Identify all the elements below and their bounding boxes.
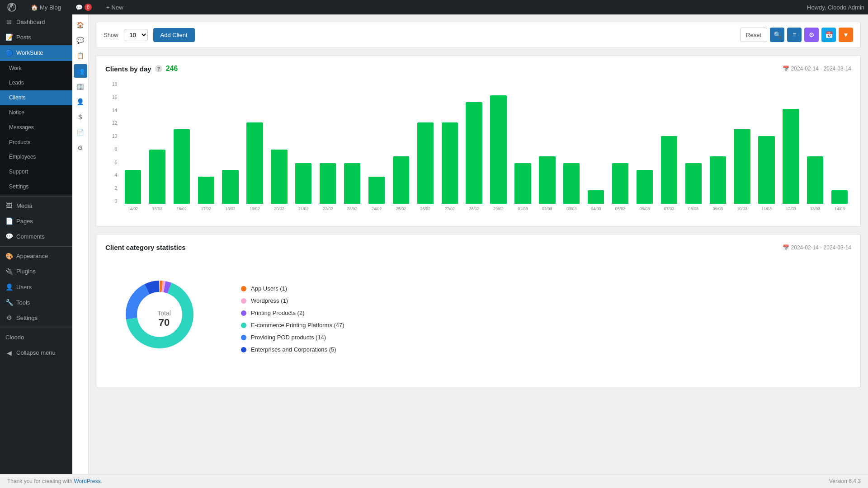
- sidebar-item-employees[interactable]: Employees: [0, 150, 72, 164]
- bar[interactable]: [563, 163, 580, 204]
- add-client-button[interactable]: Add Client: [153, 28, 195, 42]
- bar[interactable]: [417, 122, 434, 204]
- list-icon: ≡: [793, 31, 796, 38]
- bar[interactable]: [734, 129, 750, 204]
- bar[interactable]: [442, 122, 458, 204]
- bar-column: [828, 82, 851, 204]
- search-button[interactable]: 🔍: [770, 28, 784, 42]
- sidebar-item-work[interactable]: Work: [0, 61, 72, 76]
- sidebar-item-comments[interactable]: 💬 Comments: [0, 229, 72, 244]
- bar[interactable]: [685, 163, 702, 204]
- legend-item: Providing POD products (14): [241, 334, 344, 341]
- filter-button[interactable]: ⚙: [804, 28, 819, 42]
- icon-people-btn[interactable]: 👥: [74, 64, 87, 78]
- bar[interactable]: [149, 150, 165, 204]
- y-label: 12: [112, 121, 117, 126]
- bar[interactable]: [612, 163, 628, 204]
- sidebar-item-worksuite[interactable]: 🔵 WorkSuite: [0, 45, 72, 61]
- sidebar-item-plugins[interactable]: 🔌 Plugins: [0, 264, 72, 279]
- bar[interactable]: [710, 156, 726, 204]
- x-label: 06/03: [633, 204, 656, 217]
- bar[interactable]: [295, 163, 311, 204]
- sidebar-item-leads[interactable]: Leads: [0, 75, 72, 90]
- bar-column: [267, 82, 291, 204]
- collapse-icon: ◀: [5, 350, 13, 357]
- bar[interactable]: [320, 163, 336, 204]
- icon-building-btn[interactable]: 🏢: [74, 80, 87, 93]
- bar-column: [609, 82, 632, 204]
- bar-column: [584, 82, 608, 204]
- bar[interactable]: [271, 150, 287, 204]
- chart-title: Clients by day ? 246: [105, 65, 178, 73]
- main-content: Show 10 25 50 Add Client Reset 🔍 ≡ ⚙: [89, 14, 868, 474]
- sidebar-item-settings2[interactable]: ⚙ Settings: [0, 310, 72, 326]
- legend-item: Enterprises and Corporations (5): [241, 346, 344, 353]
- bar-column: [657, 82, 681, 204]
- sidebar-item-settings[interactable]: Settings: [0, 179, 72, 194]
- sidebar-item-media[interactable]: 🖼 Media: [0, 198, 72, 214]
- legend-label: App Users (1): [251, 285, 287, 292]
- sidebar-item-products[interactable]: Products: [0, 135, 72, 150]
- bar[interactable]: [466, 102, 482, 204]
- dashboard-icon: ⊞: [5, 19, 13, 26]
- bar[interactable]: [198, 177, 214, 204]
- sidebar-item-tools[interactable]: 🔧 Tools: [0, 295, 72, 310]
- icon-chat-btn[interactable]: 💬: [74, 33, 87, 47]
- new-link[interactable]: + New: [103, 0, 127, 14]
- comments-link[interactable]: 💬 0: [72, 0, 95, 14]
- donut-segment[interactable]: [126, 284, 150, 319]
- bar[interactable]: [588, 190, 604, 204]
- site-name-link[interactable]: 🏠 My Blog: [27, 0, 65, 14]
- bar[interactable]: [831, 190, 848, 204]
- sidebar-item-posts[interactable]: 📝 Posts: [0, 30, 72, 45]
- sidebar-item-messages[interactable]: Messages: [0, 120, 72, 135]
- funnel-button[interactable]: ▼: [839, 28, 853, 42]
- bar[interactable]: [807, 156, 823, 204]
- bar[interactable]: [783, 109, 799, 204]
- admin-bar: 🏠 My Blog 💬 0 + New Howdy, Cloodo Admin: [0, 0, 868, 14]
- bar[interactable]: [344, 163, 360, 204]
- icon-doc-btn[interactable]: 📋: [74, 49, 87, 62]
- wp-logo-link[interactable]: [4, 0, 20, 14]
- show-select[interactable]: 10 25 50: [124, 29, 148, 41]
- x-label: 09/03: [706, 204, 730, 217]
- bar[interactable]: [174, 129, 190, 204]
- bar[interactable]: [514, 163, 531, 204]
- legend-item: E-commerce Printing Platforms (47): [241, 322, 344, 328]
- calendar-button[interactable]: 📅: [821, 28, 836, 42]
- icon-home-btn[interactable]: 🏠: [74, 18, 87, 32]
- settings-label: Settings: [9, 183, 28, 191]
- comments-icon: 💬: [5, 233, 13, 240]
- footer-wp-link[interactable]: WordPress: [74, 478, 100, 484]
- bar[interactable]: [393, 156, 409, 204]
- icon-file-btn[interactable]: 📄: [74, 126, 87, 139]
- sidebar-item-dashboard[interactable]: ⊞ Dashboard: [0, 14, 72, 30]
- sidebar-item-collapse[interactable]: ◀ Collapse menu: [0, 345, 72, 361]
- bar[interactable]: [661, 136, 677, 204]
- sidebar-item-cloodo[interactable]: Cloodo: [0, 330, 72, 345]
- bar[interactable]: [368, 177, 385, 204]
- sidebar-item-support[interactable]: Support: [0, 164, 72, 179]
- bar[interactable]: [637, 170, 653, 204]
- icon-person-btn[interactable]: 👤: [74, 95, 87, 108]
- bar[interactable]: [758, 136, 774, 204]
- bar[interactable]: [222, 170, 238, 204]
- help-icon[interactable]: ?: [155, 65, 162, 72]
- sidebar-item-users[interactable]: 👤 Users: [0, 280, 72, 295]
- sidebar-item-clients[interactable]: Clients: [0, 90, 72, 105]
- bar[interactable]: [490, 95, 506, 204]
- reset-button[interactable]: Reset: [740, 28, 767, 42]
- worksuite-icon: 🔵: [5, 49, 13, 56]
- stats-layout: Total 70 App Users (1)Wordpress (1)Print…: [105, 260, 851, 378]
- bar[interactable]: [246, 122, 263, 204]
- icon-dollar-btn[interactable]: $: [74, 110, 87, 124]
- bar[interactable]: [125, 170, 141, 204]
- sidebar-item-pages[interactable]: 📄 Pages: [0, 214, 72, 229]
- sidebar-item-appearance[interactable]: 🎨 Appearance: [0, 249, 72, 264]
- icon-gear-btn[interactable]: ⚙: [74, 141, 87, 155]
- sidebar-item-notice[interactable]: Notice: [0, 105, 72, 120]
- bar[interactable]: [539, 156, 555, 204]
- list-view-button[interactable]: ≡: [787, 28, 802, 42]
- pages-icon: 📄: [5, 218, 13, 225]
- x-label: 03/03: [560, 204, 583, 217]
